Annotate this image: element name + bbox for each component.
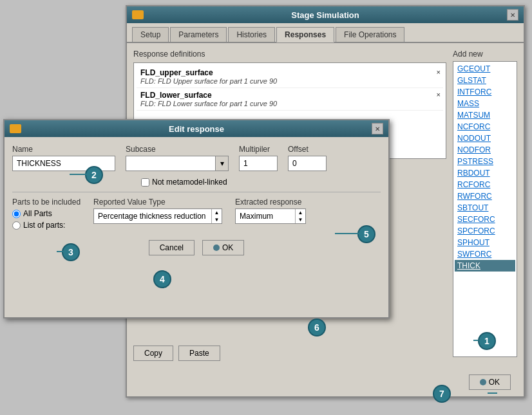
fld-lower-name: FLD_lower_surface bbox=[140, 91, 439, 100]
all-parts-row: All Parts bbox=[12, 209, 81, 218]
extracted-dropdown[interactable]: Maximum ▲ ▼ bbox=[235, 208, 306, 224]
stage-window-close[interactable]: ✕ bbox=[507, 9, 518, 21]
tab-histories[interactable]: Histories bbox=[228, 27, 275, 42]
extracted-col: Extracted response Maximum ▲ ▼ bbox=[235, 198, 306, 224]
subcase-input[interactable] bbox=[126, 156, 216, 171]
badge-2: 2 bbox=[85, 166, 103, 184]
subcase-field: Subcase ▾ bbox=[126, 145, 229, 171]
form-row-1: Name Subcase ▾ Multipiler Offset bbox=[12, 145, 381, 171]
badge-1: 1 bbox=[478, 332, 496, 350]
multiplier-label: Multipiler bbox=[239, 145, 278, 154]
add-new-ncforc[interactable]: NCFORC bbox=[455, 121, 515, 133]
tab-parameters[interactable]: Parameters bbox=[170, 27, 227, 42]
subcase-dropdown[interactable]: ▾ bbox=[216, 156, 229, 171]
close-fld-upper[interactable]: × bbox=[437, 68, 441, 76]
stage-window-title: Stage Simulation bbox=[144, 10, 507, 20]
add-new-rcforc[interactable]: RCFORC bbox=[455, 179, 515, 190]
response-section-label: Response definitions bbox=[133, 50, 446, 59]
edit-dialog-titlebar: Edit response ✕ bbox=[5, 120, 388, 137]
add-new-sphout[interactable]: SPHOUT bbox=[455, 237, 515, 248]
ok-circle-icon bbox=[480, 379, 486, 385]
add-new-nodout[interactable]: NODOUT bbox=[455, 133, 515, 144]
paste-button[interactable]: Paste bbox=[178, 346, 220, 361]
add-new-nodfor[interactable]: NODFOR bbox=[455, 144, 515, 156]
tab-setup[interactable]: Setup bbox=[132, 27, 169, 42]
metamodel-row: Not metamodel-linked bbox=[141, 178, 381, 187]
badge-7: 7 bbox=[433, 385, 451, 403]
add-new-spcforc[interactable]: SPCFORC bbox=[455, 225, 515, 237]
fld-upper-name: FLD_upper_surface bbox=[140, 68, 439, 77]
offset-field: Offset bbox=[288, 145, 327, 171]
reported-arrow-down[interactable]: ▼ bbox=[212, 216, 222, 223]
extracted-arrow-up[interactable]: ▲ bbox=[296, 209, 305, 216]
parts-section: Parts to be included All Parts List of p… bbox=[12, 198, 381, 230]
edit-dialog-icon bbox=[10, 124, 21, 133]
add-new-sbtout[interactable]: SBTOUT bbox=[455, 202, 515, 214]
edit-dialog-title: Edit response bbox=[21, 124, 372, 134]
add-new-gceout[interactable]: GCEOUT bbox=[455, 63, 515, 75]
badge-3: 3 bbox=[62, 243, 80, 261]
subcase-label: Subcase bbox=[126, 145, 229, 154]
dialog-ok-button[interactable]: OK bbox=[202, 240, 244, 255]
extracted-value: Maximum bbox=[236, 212, 295, 221]
copy-button[interactable]: Copy bbox=[133, 346, 173, 361]
badge-6: 6 bbox=[308, 318, 326, 337]
reported-dropdown[interactable]: Percentage thickness reduction ▲ ▼ bbox=[93, 208, 222, 224]
metamodel-label: Not metamodel-linked bbox=[152, 178, 227, 187]
reported-col: Reported Value Type Percentage thickness… bbox=[93, 198, 222, 224]
list-parts-row: List of parts: bbox=[12, 221, 81, 230]
tab-responses[interactable]: Responses bbox=[276, 27, 334, 42]
all-parts-radio[interactable] bbox=[12, 210, 21, 218]
multiplier-input[interactable] bbox=[239, 156, 278, 171]
add-new-rwforc[interactable]: RWFORC bbox=[455, 190, 515, 202]
all-parts-label: All Parts bbox=[23, 209, 52, 218]
metamodel-checkbox[interactable] bbox=[141, 178, 149, 187]
extracted-label: Extracted response bbox=[235, 198, 306, 207]
response-item-fld-lower[interactable]: × FLD_lower_surface FLD: FLD Lower surfa… bbox=[137, 88, 443, 111]
add-new-secforc[interactable]: SECFORC bbox=[455, 214, 515, 225]
stage-ok-button[interactable]: OK bbox=[469, 374, 511, 390]
fld-upper-desc: FLD: FLD Upper surface for part 1 curve … bbox=[140, 77, 439, 85]
badge-4: 4 bbox=[153, 270, 171, 288]
extracted-arrows[interactable]: ▲ ▼ bbox=[295, 209, 305, 223]
tab-file-operations[interactable]: File Operations bbox=[336, 27, 404, 42]
window-icon bbox=[132, 10, 144, 19]
reported-value: Percentage thickness reduction bbox=[94, 212, 211, 221]
extracted-arrow-down[interactable]: ▼ bbox=[296, 216, 305, 223]
add-new-thick[interactable]: THICK bbox=[455, 260, 515, 272]
dialog-ok-circle bbox=[213, 244, 220, 251]
reported-label: Reported Value Type bbox=[93, 198, 222, 207]
reported-arrow-up[interactable]: ▲ bbox=[212, 209, 222, 216]
add-new-glstat[interactable]: GLSTAT bbox=[455, 75, 515, 86]
offset-label: Offset bbox=[288, 145, 327, 154]
name-label: Name bbox=[12, 145, 115, 154]
reported-arrows[interactable]: ▲ ▼ bbox=[211, 209, 222, 223]
close-fld-lower[interactable]: × bbox=[437, 91, 441, 98]
add-new-swforc[interactable]: SWFORC bbox=[455, 248, 515, 260]
add-new-rbdout[interactable]: RBDOUT bbox=[455, 167, 515, 179]
edit-dialog-content: Name Subcase ▾ Multipiler Offset bbox=[5, 137, 388, 263]
name-field: Name bbox=[12, 145, 115, 171]
add-new-list[interactable]: GCEOUT GLSTAT INTFORC MASS MATSUM NCFORC… bbox=[453, 61, 517, 357]
add-new-intforc[interactable]: INTFORC bbox=[455, 86, 515, 98]
add-new-label: Add new bbox=[453, 50, 517, 59]
add-new-matsum[interactable]: MATSUM bbox=[455, 109, 515, 121]
response-item-fld-upper[interactable]: × FLD_upper_surface FLD: FLD Upper surfa… bbox=[137, 66, 443, 88]
add-new-mass[interactable]: MASS bbox=[455, 98, 515, 109]
cancel-button[interactable]: Cancel bbox=[149, 240, 195, 255]
offset-input[interactable] bbox=[288, 156, 327, 171]
parts-col: Parts to be included All Parts List of p… bbox=[12, 198, 81, 230]
edit-response-dialog: Edit response ✕ Name Subcase ▾ Multipile… bbox=[3, 119, 390, 318]
tab-bar: Setup Parameters Histories Responses Fil… bbox=[127, 23, 524, 43]
edit-dialog-close[interactable]: ✕ bbox=[372, 123, 383, 134]
stage-window-titlebar: Stage Simulation ✕ bbox=[127, 6, 524, 23]
multiplier-field: Multipiler bbox=[239, 145, 278, 171]
badge-5: 5 bbox=[357, 225, 375, 243]
list-parts-radio[interactable] bbox=[12, 221, 21, 230]
add-new-pstress[interactable]: PSTRESS bbox=[455, 156, 515, 167]
fld-lower-desc: FLD: FLD Lower surface for part 1 curve … bbox=[140, 100, 439, 107]
list-parts-label: List of parts: bbox=[23, 221, 65, 230]
parts-label: Parts to be included bbox=[12, 198, 81, 207]
